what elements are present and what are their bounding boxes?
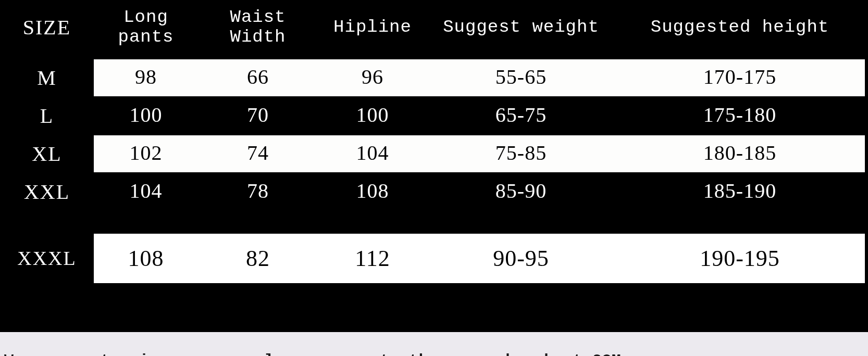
cell-suggest-weight: 90-95 (427, 234, 615, 283)
cell-suggested-height: 175-180 (615, 97, 865, 134)
row-gap (0, 210, 865, 226)
cell-hipline: 112 (318, 234, 427, 283)
cell-waist-width: 66 (198, 58, 318, 97)
size-label: M (0, 60, 94, 95)
size-label: XL (0, 136, 94, 171)
cell-long-pants: 98 (94, 58, 198, 97)
size-label: L (0, 98, 94, 133)
size-label: XXXL (0, 226, 94, 290)
cell-waist-width: 74 (198, 134, 318, 173)
cell-suggest-weight: 55-65 (427, 58, 615, 97)
size-chart: SIZE Long pants Waist Width Hipline Sugg… (0, 0, 868, 356)
col-header-suggested-height: Suggested height (615, 10, 865, 48)
cell-hipline: 108 (318, 173, 427, 210)
warm-prompt: Warm prompt: size are manual measurement… (0, 332, 868, 356)
cell-hipline: 100 (318, 97, 427, 134)
cell-suggest-weight: 75-85 (427, 134, 615, 173)
col-header-hipline: Hipline (318, 10, 427, 48)
cell-waist-width: 78 (198, 173, 318, 210)
footer-line-1: Warm prompt: size are manual measurement… (4, 350, 864, 356)
size-label: XXL (0, 174, 94, 209)
cell-hipline: 96 (318, 58, 427, 97)
size-table: SIZE Long pants Waist Width Hipline Sugg… (0, 0, 868, 290)
cell-suggest-weight: 65-75 (427, 97, 615, 134)
cell-suggested-height: 185-190 (615, 173, 865, 210)
cell-long-pants: 104 (94, 173, 198, 210)
cell-long-pants: 100 (94, 97, 198, 134)
cell-waist-width: 70 (198, 97, 318, 134)
col-header-size: SIZE (0, 8, 94, 51)
cell-hipline: 104 (318, 134, 427, 173)
cell-suggested-height: 170-175 (615, 58, 865, 97)
cell-suggested-height: 190-195 (615, 234, 865, 283)
cell-suggested-height: 180-185 (615, 134, 865, 173)
cell-long-pants: 108 (94, 234, 198, 283)
cell-waist-width: 82 (198, 234, 318, 283)
col-header-waist-width: Waist Width (198, 0, 318, 58)
col-header-suggest-weight: Suggest weight (427, 10, 615, 48)
col-header-long-pants: Long pants (94, 0, 198, 58)
cell-long-pants: 102 (94, 134, 198, 173)
cell-suggest-weight: 85-90 (427, 173, 615, 210)
